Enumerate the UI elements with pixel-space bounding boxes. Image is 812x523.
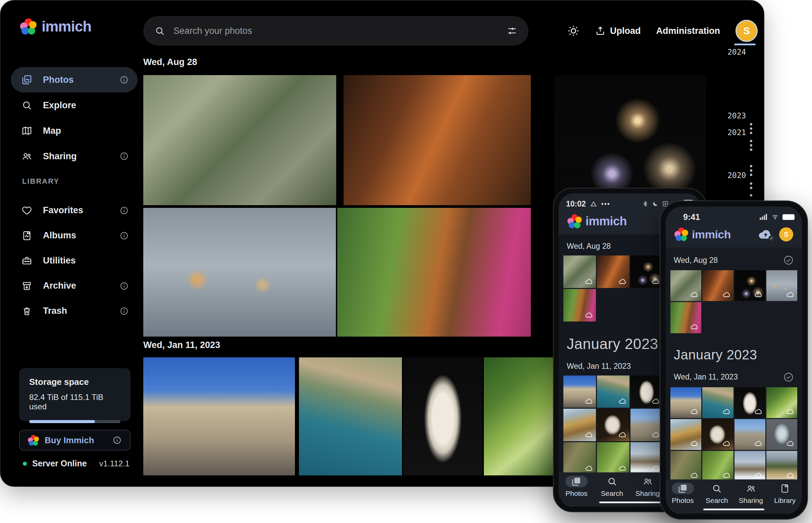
nav-item-photos[interactable]: Photos xyxy=(668,483,698,505)
photo-berries[interactable] xyxy=(484,357,559,475)
sidebar-item-photos[interactable]: Photos xyxy=(11,67,138,92)
photo-monkeys[interactable] xyxy=(670,270,701,301)
nav-item-search[interactable]: Search xyxy=(597,476,627,498)
photo-coast[interactable] xyxy=(702,387,733,418)
info-icon[interactable] xyxy=(119,231,129,240)
photo-fortress[interactable] xyxy=(563,376,596,408)
sidebar-item-albums[interactable]: Albums xyxy=(11,223,138,248)
photo-berries[interactable] xyxy=(766,387,797,418)
cloud-backup-status-icon[interactable]: ✓ xyxy=(758,229,773,240)
photo-farm[interactable] xyxy=(766,451,797,482)
sidebar-item-label: Trash xyxy=(43,306,67,316)
nav-item-sharing[interactable]: Sharing xyxy=(633,476,663,498)
photo-cliff[interactable] xyxy=(670,419,701,450)
photo-bust[interactable] xyxy=(630,376,663,408)
nav-item-photos[interactable]: Photos xyxy=(562,476,591,498)
info-icon[interactable] xyxy=(119,206,129,215)
photo-church[interactable] xyxy=(735,451,765,482)
data-saver-icon xyxy=(590,200,597,208)
phone-photo-grid-aug xyxy=(670,270,797,333)
photo-ruins[interactable] xyxy=(735,419,765,450)
photo-park[interactable] xyxy=(563,289,596,322)
photo-lizard1[interactable] xyxy=(670,451,701,482)
photo-ruins[interactable] xyxy=(630,409,663,441)
search-input[interactable]: Search your photos xyxy=(143,16,529,46)
photo-dinner[interactable] xyxy=(344,75,531,205)
administration-link[interactable]: Administration xyxy=(656,26,720,36)
photo-dinner[interactable] xyxy=(702,270,733,301)
sidebar-item-map[interactable]: Map xyxy=(11,118,138,144)
select-all-check-icon[interactable] xyxy=(783,372,794,382)
trash-icon xyxy=(21,306,32,317)
photo-bust[interactable] xyxy=(735,387,765,418)
date-group-header: Wed, Aug 28 xyxy=(674,256,718,265)
cellular-signal-icon xyxy=(760,214,768,220)
cloud-backup-icon xyxy=(652,464,660,472)
photo-sculpt[interactable] xyxy=(702,419,733,450)
scrubber-dot xyxy=(750,194,752,196)
date-group-row: Wed, Aug 28 xyxy=(674,255,794,266)
scrubber-year: 2021 xyxy=(727,128,746,137)
sidebar-item-explore[interactable]: Explore xyxy=(11,92,138,118)
photo-fortress[interactable] xyxy=(143,357,295,475)
storage-usage: 82.4 TiB of 115.1 TiB used xyxy=(29,393,120,411)
cloud-backup-icon xyxy=(618,464,627,472)
album-icon xyxy=(21,230,32,241)
photo-coast[interactable] xyxy=(597,376,629,408)
photo-lizard2[interactable] xyxy=(702,451,733,482)
info-icon[interactable] xyxy=(113,435,122,445)
photo-silver[interactable] xyxy=(766,419,797,450)
photo-cliff[interactable] xyxy=(563,409,596,441)
info-icon[interactable] xyxy=(119,281,129,291)
nav-item-library[interactable]: Library xyxy=(770,483,800,505)
nav-item-search[interactable]: Search xyxy=(702,483,732,505)
photo-coast[interactable] xyxy=(299,357,402,475)
immich-flower-icon xyxy=(28,435,39,446)
select-all-check-icon[interactable] xyxy=(783,255,794,266)
photo-monkeys[interactable] xyxy=(143,75,336,205)
photo-lizard2[interactable] xyxy=(597,442,629,475)
sidebar-item-trash[interactable]: Trash xyxy=(11,299,138,324)
scrubber-dot xyxy=(750,165,752,167)
app-logo[interactable]: immich xyxy=(20,18,91,35)
info-icon[interactable] xyxy=(119,306,129,316)
photo-fireworks[interactable] xyxy=(735,270,765,301)
search-filter-icon[interactable] xyxy=(507,26,517,36)
scrubber-dot xyxy=(750,174,752,176)
photo-monkeys[interactable] xyxy=(563,255,596,288)
sidebar-item-sharing[interactable]: Sharing xyxy=(11,144,138,169)
photo-fortress[interactable] xyxy=(670,387,701,418)
photo-bust[interactable] xyxy=(403,357,483,475)
page: immich Search your photos Upload Adminis… xyxy=(0,0,812,523)
photo-park[interactable] xyxy=(337,208,531,337)
theme-toggle-sun-icon[interactable] xyxy=(567,24,580,37)
storage-card: Storage space 82.4 TiB of 115.1 TiB used xyxy=(19,368,131,421)
info-icon[interactable] xyxy=(119,151,129,161)
photo-church[interactable] xyxy=(630,442,663,475)
photo-hands[interactable] xyxy=(143,208,336,337)
nav-item-sharing[interactable]: Sharing xyxy=(736,483,766,505)
buy-immich-button[interactable]: Buy Immich xyxy=(19,430,131,451)
upload-button[interactable]: Upload xyxy=(595,26,641,36)
cloud-backup-icon xyxy=(754,439,763,448)
sidebar-item-favorites[interactable]: Favorites xyxy=(11,198,138,223)
sidebar-item-utilities[interactable]: Utilities xyxy=(11,248,138,273)
cloud-backup-icon xyxy=(722,290,731,299)
do-not-disturb-moon-icon xyxy=(652,200,659,207)
server-status-row: Server Online v1.112.1 xyxy=(23,458,129,468)
nav-item-label: Sharing xyxy=(739,497,763,505)
storage-progress-fill xyxy=(29,420,95,423)
photo-park[interactable] xyxy=(670,302,701,333)
photo-fireworks[interactable] xyxy=(554,75,706,205)
sidebar-item-archive[interactable]: Archive xyxy=(11,273,138,299)
nav-item-label: Library xyxy=(774,497,796,505)
photo-fireworks[interactable] xyxy=(630,255,663,288)
photo-sculpt[interactable] xyxy=(597,409,629,441)
photo-dinner[interactable] xyxy=(597,255,629,288)
info-icon[interactable] xyxy=(119,75,129,85)
user-avatar[interactable]: S xyxy=(779,227,793,241)
photo-lizard1[interactable] xyxy=(563,442,596,475)
status-time: 9:41 xyxy=(683,212,700,222)
sidebar-item-label: Sharing xyxy=(43,151,77,162)
photo-hands[interactable] xyxy=(766,270,797,301)
